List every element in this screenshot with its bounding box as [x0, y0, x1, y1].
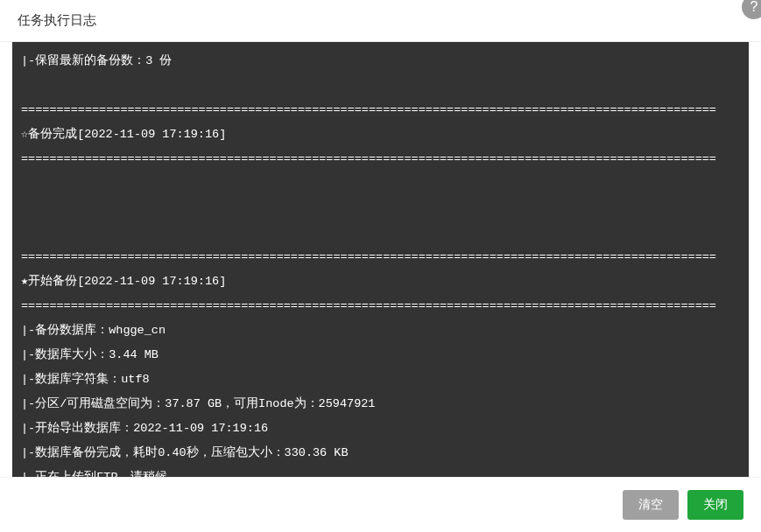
modal-footer: 清空 关闭: [0, 477, 761, 532]
log-line: ========================================…: [21, 294, 740, 318]
modal-header: 任务执行日志: [0, 0, 761, 42]
log-line: ========================================…: [21, 147, 740, 172]
modal-title: 任务执行日志: [18, 12, 96, 29]
log-line: ========================================…: [21, 98, 740, 122]
log-line: |-数据库字符集：utf8: [21, 368, 740, 392]
log-line: |-备份数据库：whgge_cn: [21, 318, 740, 343]
close-button[interactable]: 关闭: [687, 490, 743, 520]
log-line: |-数据库备份完成，耗时0.40秒，压缩包大小：330.36 KB: [21, 441, 740, 466]
log-line: |-开始导出数据库：2022-11-09 17:19:16: [21, 416, 740, 441]
log-line: ★开始备份[2022-11-09 17:19:16]: [21, 270, 740, 294]
clear-button[interactable]: 清空: [623, 490, 679, 520]
log-line: |-正在上传到FTP，请稍候...: [21, 466, 740, 477]
modal-body: |-保留最新的备份数：3 份 =========================…: [0, 42, 761, 477]
log-line: ========================================…: [21, 245, 740, 270]
log-line: [21, 196, 740, 220]
task-log-modal: ? 任务执行日志 |-保留最新的备份数：3 份 ================…: [0, 0, 761, 532]
log-line: [21, 74, 740, 98]
log-line: [21, 172, 740, 196]
log-line: ☆备份完成[2022-11-09 17:19:16]: [21, 122, 740, 147]
log-output[interactable]: |-保留最新的备份数：3 份 =========================…: [12, 42, 749, 477]
log-line: |-分区/可用磁盘空间为：37.87 GB，可用Inode为：25947921: [21, 392, 740, 416]
log-line: |-保留最新的备份数：3 份: [21, 49, 740, 74]
log-line: [21, 220, 740, 245]
log-line: |-数据库大小：3.44 MB: [21, 343, 740, 368]
